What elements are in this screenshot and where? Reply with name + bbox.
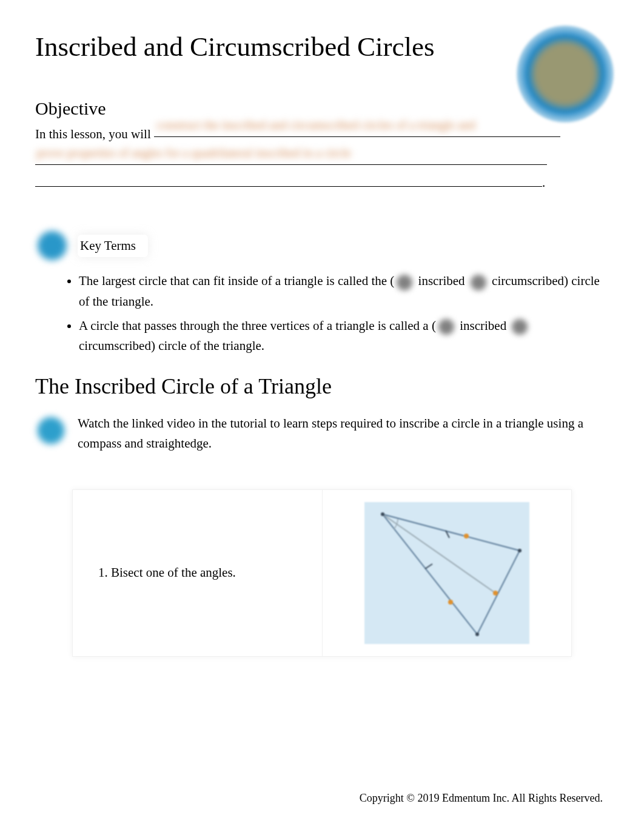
choice-dot-icon[interactable] (397, 275, 412, 290)
term-option: inscribed (457, 318, 509, 333)
triangle-diagram-icon (364, 502, 529, 644)
video-icon (35, 415, 67, 446)
svg-point-9 (448, 600, 453, 605)
choice-dot-icon[interactable] (512, 319, 528, 335)
trailing-period: . (542, 175, 545, 190)
term-text-pre: A circle that passes through the three v… (79, 318, 436, 333)
fill-in-blank-line[interactable] (35, 170, 542, 187)
svg-point-10 (493, 591, 498, 595)
key-terms-section: Key Terms (35, 229, 609, 263)
copyright-footer: Copyright © 2019 Edmentum Inc. All Right… (360, 792, 603, 805)
term-text-pre: The largest circle that can fit inside o… (79, 273, 394, 288)
brand-logo-icon (517, 25, 614, 122)
term-option: inscribed (415, 273, 468, 288)
svg-point-8 (464, 534, 469, 538)
objective-intro: In this lesson, you will (35, 127, 154, 141)
term-option: circumscribed) circle of the triangle. (79, 338, 264, 353)
objective-text: In this lesson, you will construct the i… (35, 124, 609, 193)
key-terms-icon (35, 229, 69, 263)
svg-point-6 (518, 549, 522, 552)
section-heading: The Inscribed Circle of a Triangle (35, 374, 609, 399)
choice-dot-icon[interactable] (471, 275, 486, 290)
table-row: Bisect one of the angles. (73, 489, 572, 656)
fill-in-blank-line[interactable]: prove properties of angles for a quadril… (35, 148, 547, 165)
blurred-answer-text: construct the inscribed and circumscribe… (156, 115, 475, 135)
step-figure-cell (322, 489, 572, 656)
video-instruction-row: Watch the linked video in the tutorial t… (35, 414, 609, 454)
choice-dot-icon[interactable] (438, 319, 454, 335)
fill-in-blank-line[interactable]: construct the inscribed and circumscribe… (154, 136, 560, 137)
triangle-bisect-figure (364, 502, 529, 644)
header: Inscribed and Circumscribed Circles (35, 30, 609, 63)
blurred-answer-text: prove properties of angles for a quadril… (36, 143, 351, 163)
key-terms-label: Key Terms (80, 238, 136, 253)
list-item: The largest circle that can fit inside o… (79, 271, 609, 312)
list-item: A circle that passes through the three v… (79, 316, 609, 357)
steps-table: Bisect one of the angles. (72, 489, 572, 657)
step-text: Bisect one of the angles. (98, 565, 305, 580)
svg-point-7 (475, 632, 479, 636)
video-instruction-text: Watch the linked video in the tutorial t… (78, 414, 609, 454)
svg-point-5 (381, 512, 384, 516)
step-text-cell: Bisect one of the angles. (73, 489, 323, 656)
key-terms-list: The largest circle that can fit inside o… (79, 271, 609, 356)
